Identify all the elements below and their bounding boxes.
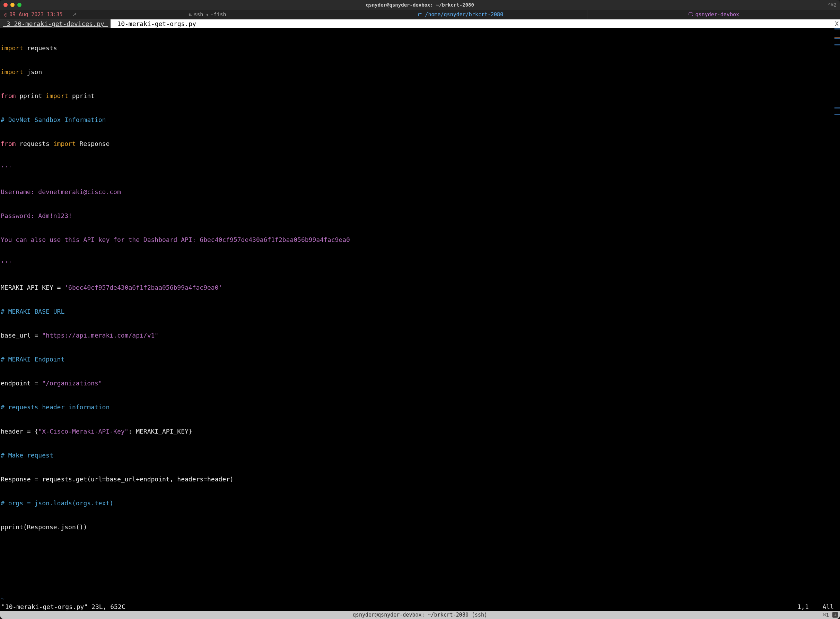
code-string: "/organizations" [42, 380, 102, 387]
timestamp-text: 09 Aug 2023 13:35 [9, 12, 63, 18]
scroll-gutter [834, 28, 840, 603]
code-comment: # requests header information [1, 404, 109, 411]
window-title: qsnyder@qsnyder-devbox: ~/brkcrt-2080 [0, 2, 840, 7]
code-comment: # DevNet Sandbox Information [1, 116, 106, 123]
footer-title: qsnyder@qsnyder-devbox: ~/brkcrt-2080 (s… [353, 612, 487, 618]
ssh-arrows-icon: ⇅ [188, 12, 191, 18]
hostname-text: qsnyder-devbox [695, 12, 739, 18]
status-file-info: "10-meraki-get-orgs.py" 23L, 652C [1, 603, 126, 610]
tab-close-button[interactable]: X [833, 19, 840, 28]
code-text: from [1, 140, 16, 147]
vim-empty-line: ~ [1, 595, 4, 603]
status-git-branch [67, 10, 81, 19]
terminal-window: qsnyder@qsnyder-devbox: ~/brkcrt-2080 ⌃⌘… [0, 0, 840, 619]
code-comment: # Make request [1, 452, 53, 459]
status-host-segment: 🖵 qsnyder-devbox [587, 10, 840, 19]
code-text: Response [76, 140, 110, 147]
code-text: Response = requests.get(url=base_url+end… [1, 475, 233, 483]
tab-inactive[interactable]: 3 20-meraki-get-devices.py [0, 19, 111, 28]
code-text: from [1, 92, 16, 99]
new-tab-button[interactable]: + [833, 612, 838, 618]
status-ssh-segment: ⇅ ssh ◂ -fish [81, 10, 334, 19]
iterm-tab-bar: qsnyder@qsnyder-devbox: ~/brkcrt-2080 (s… [0, 611, 840, 619]
code-text: import [46, 92, 68, 99]
code-text: requests [16, 140, 53, 147]
host-icon: 🖵 [688, 12, 694, 18]
git-branch-icon [72, 12, 76, 18]
shell-name: -fish [210, 12, 226, 18]
code-text: endpoint = [1, 380, 42, 387]
code-text: pprint [68, 92, 95, 99]
vim-tabline: 3 20-meraki-get-devices.py 10-meraki-get… [0, 19, 840, 28]
code-string: "https://api.meraki.com/api/v1" [42, 332, 158, 339]
footer-shortcut: ⌘1 [823, 612, 829, 618]
code-text: base_url = [1, 332, 42, 339]
code-text: json [23, 68, 42, 76]
code-string: ''' [1, 164, 12, 172]
code-text: pprint [16, 92, 46, 99]
code-text: pprint(Response.json()) [1, 523, 87, 531]
tab-active[interactable]: 10-meraki-get-orgs.py [111, 19, 202, 28]
vim-statusline: "10-meraki-get-orgs.py" 23L, 652C 1,1 Al… [0, 603, 840, 611]
cwd-text: /home/qsnyder/brkcrt-2080 [425, 12, 503, 18]
code-text: import [53, 140, 76, 147]
code-string: '6bec40cf957de430a6f1f2baa056b99a4fac9ea… [64, 284, 222, 291]
status-scroll-pct: All [822, 603, 834, 610]
code-text: header = { [1, 428, 38, 435]
tmux-statusbar: 09 Aug 2023 13:35 ⇅ ssh ◂ -fish 🗀 /home/… [0, 10, 840, 19]
window-titlebar: qsnyder@qsnyder-devbox: ~/brkcrt-2080 ⌃⌘… [0, 0, 840, 10]
code-text: requests [23, 44, 57, 52]
code-comment: # MERAKI BASE URL [1, 308, 64, 315]
code-string: ''' [1, 260, 12, 267]
code-text: : MERAKI_API_KEY} [128, 428, 192, 435]
status-cursor-pos: 1,1 [797, 603, 809, 610]
code-string: "X-Cisco-Meraki-API-Key" [38, 428, 128, 435]
code-string: You can also use this API key for the Da… [1, 236, 350, 243]
clock-icon [4, 12, 7, 18]
code-comment: # MERAKI Endpoint [1, 356, 64, 363]
status-timestamp: 09 Aug 2023 13:35 [0, 10, 67, 19]
folder-icon: 🗀 [418, 12, 423, 18]
code-comment: # orgs = json.loads(orgs.text) [1, 499, 113, 507]
code-text: MERAKI_API_KEY = [1, 284, 64, 291]
code-text: import [1, 44, 23, 52]
code-string: Password: Adm!n123! [1, 212, 72, 220]
ssh-label: ssh [194, 12, 203, 18]
tabline-fill [203, 19, 833, 28]
code-text: import [1, 68, 23, 76]
editor-area[interactable]: import requests import json from pprint … [0, 28, 840, 603]
status-cwd-segment: 🗀 /home/qsnyder/brkcrt-2080 [334, 10, 587, 19]
ssh-sep-icon: ◂ [205, 12, 208, 18]
code-string: Username: devnetmeraki@cisco.com [1, 188, 121, 196]
